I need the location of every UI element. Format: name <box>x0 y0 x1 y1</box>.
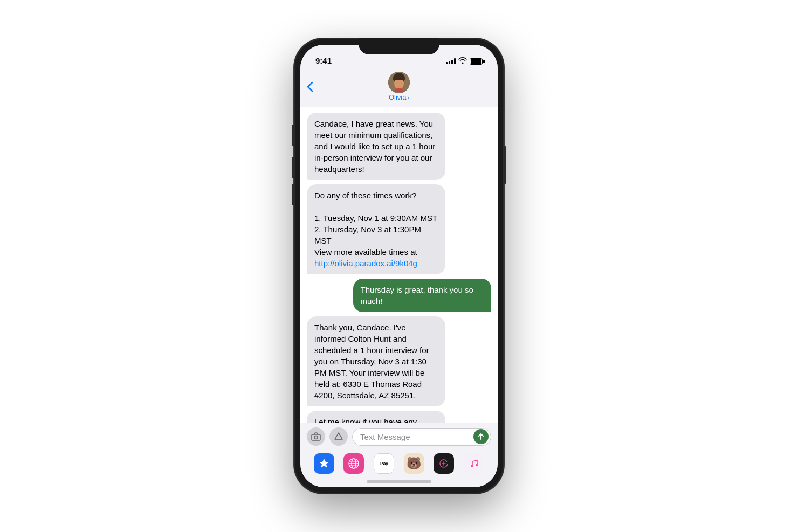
notch <box>359 38 439 54</box>
home-bar <box>367 480 431 483</box>
message-bubble-2: Do any of these times work?1. Tuesday, N… <box>307 184 445 274</box>
contact-info[interactable]: Olivia › <box>388 72 410 101</box>
svg-point-8 <box>476 464 478 466</box>
message-bubble-1: Candace, I have great news. You meet our… <box>307 113 445 180</box>
text-input[interactable]: Text Message <box>352 428 491 446</box>
web-icon[interactable] <box>343 453 364 474</box>
battery-icon <box>470 58 483 65</box>
wifi-icon <box>458 57 467 65</box>
app-store-icon[interactable] <box>314 453 334 474</box>
message-bubble-5: Let me know if you have any questions le… <box>307 411 445 423</box>
svg-point-4 <box>314 436 318 439</box>
send-button[interactable] <box>473 429 489 444</box>
bottom-apps-bar: Pay 🐻 <box>300 450 498 478</box>
contact-name[interactable]: Olivia › <box>389 93 409 101</box>
paradox-link[interactable]: http://olivia.paradox.ai/9k04g <box>314 259 417 268</box>
svg-point-7 <box>471 465 473 467</box>
phone-screen: 9:41 <box>300 45 498 487</box>
music-icon[interactable] <box>464 453 484 474</box>
contact-chevron: › <box>407 94 409 101</box>
chat-header: Olivia › <box>300 68 498 107</box>
clips-icon[interactable] <box>434 453 454 474</box>
home-indicator <box>300 478 498 487</box>
input-area: Text Message <box>300 423 498 450</box>
back-button[interactable] <box>307 81 313 92</box>
phone-frame: 9:41 <box>294 38 504 494</box>
text-input-placeholder: Text Message <box>360 432 410 441</box>
svg-rect-3 <box>312 434 320 440</box>
messages-area: Candace, I have great news. You meet our… <box>300 107 498 423</box>
camera-button[interactable] <box>307 427 325 446</box>
signal-icon <box>446 58 456 64</box>
contact-avatar <box>388 72 410 93</box>
message-bubble-4: Thank you, Candace. I've informed Colton… <box>307 316 445 406</box>
apps-button[interactable] <box>329 427 348 446</box>
status-time: 9:41 <box>315 56 332 65</box>
message-bubble-3: Thursday is great, thank you so much! <box>353 279 492 312</box>
emoji-icon[interactable]: 🐻 <box>404 453 424 474</box>
status-icons <box>446 57 483 65</box>
apple-pay-icon[interactable]: Pay <box>374 453 394 474</box>
